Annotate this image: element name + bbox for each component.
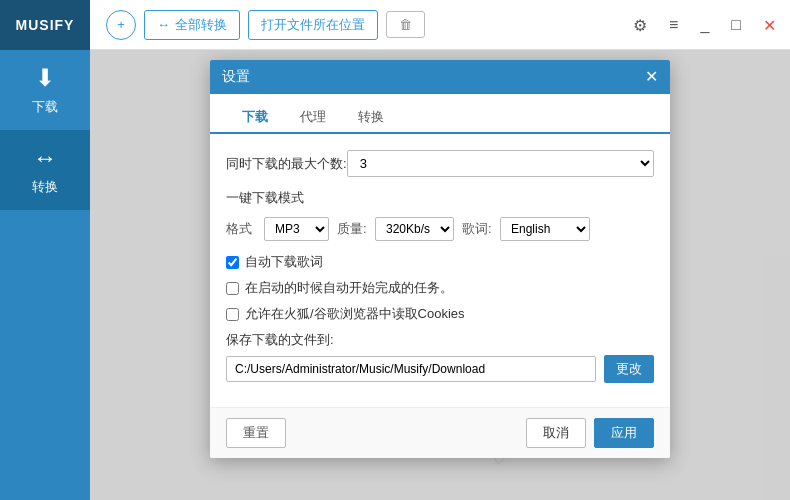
convert-icon: ↔ xyxy=(33,144,57,172)
delete-button[interactable]: 🗑 xyxy=(386,11,425,38)
format-select[interactable]: MP3 AAC FLAC WAV xyxy=(264,217,329,241)
path-label: 保存下载的文件到: xyxy=(226,331,654,349)
dialog-overlay: 设置 ✕ 下载 代理 转换 同时下载的最大个数: xyxy=(90,50,790,500)
dialog-header: 设置 ✕ xyxy=(210,60,670,94)
settings-dialog: 设置 ✕ 下载 代理 转换 同时下载的最大个数: xyxy=(210,60,670,458)
apply-button[interactable]: 应用 xyxy=(594,418,654,448)
cookies-row: 允许在火狐/谷歌浏览器中读取Cookies xyxy=(226,305,654,323)
tab-convert[interactable]: 转换 xyxy=(342,102,400,134)
quality-label: 质量: xyxy=(337,220,367,238)
auto-lyrics-checkbox[interactable] xyxy=(226,256,239,269)
sidebar-item-download-label: 下载 xyxy=(32,98,58,116)
dialog-footer: 重置 取消 应用 xyxy=(210,407,670,458)
app-logo: MUSIFY xyxy=(0,0,90,50)
tab-proxy[interactable]: 代理 xyxy=(284,102,342,134)
window-controls: ⚙ ≡ _ □ ✕ xyxy=(627,0,790,50)
change-path-button[interactable]: 更改 xyxy=(604,355,654,383)
close-icon[interactable]: ✕ xyxy=(757,14,782,37)
footer-left: 重置 xyxy=(226,418,286,448)
resume-label: 在启动的时候自动开始完成的任务。 xyxy=(245,279,453,297)
cookies-checkbox[interactable] xyxy=(226,308,239,321)
max-download-row: 同时下载的最大个数: 3 1 2 5 xyxy=(226,150,654,177)
reset-button[interactable]: 重置 xyxy=(226,418,286,448)
dialog-tabs: 下载 代理 转换 xyxy=(210,94,670,134)
file-path-row: 应用 更改 xyxy=(226,355,654,383)
quality-select[interactable]: 320Kb/s 128Kb/s 192Kb/s 256Kb/s xyxy=(375,217,454,241)
sidebar: MUSIFY ⬇ 下载 ↔ 转换 xyxy=(0,0,90,500)
resume-row: 在启动的时候自动开始完成的任务。 xyxy=(226,279,654,297)
max-download-select[interactable]: 3 1 2 5 xyxy=(347,150,654,177)
cookies-label: 允许在火狐/谷歌浏览器中读取Cookies xyxy=(245,305,465,323)
content-area: DRM. COM DRM. COM DRM. COM DRM. COM DRM.… xyxy=(90,50,790,500)
format-label: 格式 xyxy=(226,220,256,238)
settings-icon[interactable]: ⚙ xyxy=(627,14,653,37)
convert-all-icon: ↔ xyxy=(157,17,170,32)
app-container: ⚙ ≡ _ □ ✕ MUSIFY ⬇ 下载 ↔ 转换 + ↔ 全部转换 打开文件… xyxy=(0,0,790,500)
lyrics-label: 歌词: xyxy=(462,220,492,238)
maximize-icon[interactable]: □ xyxy=(725,14,747,36)
sidebar-item-download[interactable]: ⬇ 下载 xyxy=(0,50,90,130)
minimize-icon[interactable]: _ xyxy=(694,14,715,36)
convert-all-button[interactable]: ↔ 全部转换 xyxy=(144,10,240,40)
footer-right: 取消 应用 xyxy=(526,418,654,448)
auto-lyrics-row: 自动下载歌词 xyxy=(226,253,654,271)
auto-lyrics-label: 自动下载歌词 xyxy=(245,253,323,271)
sidebar-item-convert-label: 转换 xyxy=(32,178,58,196)
sidebar-item-convert[interactable]: ↔ 转换 xyxy=(0,130,90,210)
dialog-title: 设置 xyxy=(222,68,250,86)
oneclick-section-title: 一键下载模式 xyxy=(226,189,654,207)
dialog-body: 同时下载的最大个数: 3 1 2 5 一键下载模式 格式 xyxy=(210,134,670,407)
dialog-close-button[interactable]: ✕ xyxy=(645,69,658,85)
main-area: + ↔ 全部转换 打开文件所在位置 🗑 DRM. COM DRM. COM DR… xyxy=(90,0,790,500)
max-download-label: 同时下载的最大个数: xyxy=(226,155,347,173)
menu-icon[interactable]: ≡ xyxy=(663,14,684,36)
tab-download[interactable]: 下载 xyxy=(226,102,284,134)
add-button[interactable]: + xyxy=(106,10,136,40)
open-location-button[interactable]: 打开文件所在位置 xyxy=(248,10,378,40)
file-path-input[interactable] xyxy=(226,356,596,382)
cancel-button[interactable]: 取消 xyxy=(526,418,586,448)
delete-icon: 🗑 xyxy=(399,17,412,32)
lyrics-select[interactable]: English Chinese Both None xyxy=(500,217,590,241)
resume-checkbox[interactable] xyxy=(226,282,239,295)
oneclick-row: 格式 MP3 AAC FLAC WAV 质量: 320Kb/s 128Kb/s xyxy=(226,217,654,241)
download-icon: ⬇ xyxy=(35,64,55,92)
